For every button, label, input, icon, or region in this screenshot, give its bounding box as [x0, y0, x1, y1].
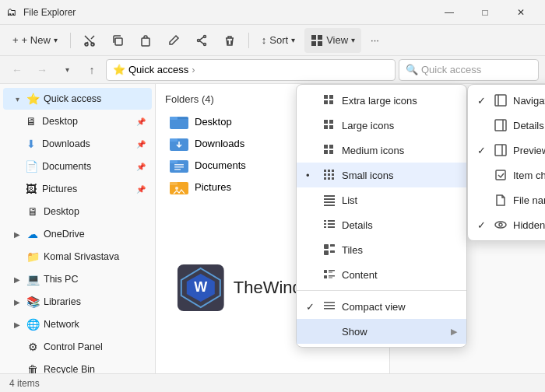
svg-rect-18	[174, 166, 184, 168]
view-label: View	[326, 34, 348, 46]
sidebar-item-recyclebin[interactable]: ▾ 🗑 Recycle Bin	[3, 359, 152, 373]
sep2	[248, 33, 249, 48]
copy-button[interactable]	[105, 28, 130, 53]
close-button[interactable]: ✕	[503, 0, 539, 25]
up-button[interactable]: ↑	[81, 59, 103, 81]
sidebar-item-downloads-pin[interactable]: ⬇ Downloads 📌	[3, 133, 152, 155]
back-button[interactable]: ←	[6, 59, 28, 81]
copy-icon	[111, 34, 124, 47]
cut-button[interactable]	[77, 28, 102, 53]
view-button[interactable]: View ▾	[304, 28, 361, 53]
submenu-item-checkboxes[interactable]: Item check boxes	[468, 163, 545, 187]
svg-rect-2	[115, 38, 122, 45]
view-chevron: ▾	[351, 36, 355, 44]
sidebar-item-thispc[interactable]: ▶ 💻 This PC	[3, 268, 152, 290]
maximize-button[interactable]: □	[467, 0, 503, 25]
view-dropdown: Extra large icons Large icons Medium ico…	[296, 84, 467, 348]
svg-rect-30	[329, 100, 333, 104]
submenu-file-extensions[interactable]: File name extensions	[468, 187, 545, 212]
folder-label-pictures: Pictures	[195, 181, 231, 193]
item-checkboxes-label: Item check boxes	[513, 170, 545, 181]
downloads-icon: ⬇	[25, 138, 37, 150]
svg-rect-53	[328, 220, 335, 222]
view-icon	[311, 34, 323, 47]
address-bar: ← → ▾ ↑ ⭐ Quick access › 🔍 Quick access	[0, 56, 545, 84]
pictures-icon: 🖼	[25, 183, 37, 195]
dropdown-content[interactable]: Content	[297, 262, 466, 287]
dropdown-tiles[interactable]: Tiles	[297, 237, 466, 262]
svg-rect-49	[324, 198, 335, 200]
new-button[interactable]: + + New ▾	[6, 28, 64, 53]
sidebar-item-network[interactable]: ▶ 🌐 Network	[3, 313, 152, 335]
submenu-preview-pane[interactable]: ✓ Preview pane	[468, 138, 545, 163]
svg-rect-40	[328, 170, 330, 172]
svg-rect-9	[311, 41, 316, 46]
svg-rect-69	[324, 305, 335, 306]
more-icon: ···	[371, 34, 379, 46]
dropdown-extra-large[interactable]: Extra large icons	[297, 88, 466, 113]
svg-rect-61	[330, 250, 335, 253]
delete-button[interactable]	[217, 28, 242, 53]
sidebar-item-controlpanel[interactable]: ▾ ⚙ Control Panel	[3, 336, 152, 358]
svg-rect-38	[329, 150, 333, 154]
sidebar-item-quick-access[interactable]: ▾ ⭐ Quick access	[3, 88, 152, 110]
sort-chevron: ▾	[291, 36, 295, 44]
dropdown-medium-icons[interactable]: Medium icons	[297, 138, 466, 163]
minimize-button[interactable]: —	[431, 0, 467, 25]
sidebar-item-pictures-pin[interactable]: 🖼 Pictures 📌	[3, 178, 152, 200]
paste-button[interactable]	[133, 28, 158, 53]
more-button[interactable]: ···	[364, 28, 385, 53]
sidebar-label-controlpanel: Control Panel	[44, 341, 103, 352]
svg-rect-68	[324, 302, 335, 303]
dropdown-small-icons[interactable]: • Small icons	[297, 163, 466, 187]
sidebar-item-documents-pin[interactable]: 📄 Documents 📌	[3, 156, 152, 177]
desktop2-icon: 🖥	[26, 205, 39, 218]
sidebar: ▾ ⭐ Quick access 🖥 Desktop 📌 ⬇ Downloads…	[0, 84, 156, 373]
svg-rect-58	[324, 244, 329, 249]
hidden-items-icon	[494, 219, 507, 231]
search-placeholder: Quick access	[421, 64, 481, 75]
sidebar-item-onedrive[interactable]: ▶ ☁ OneDrive	[3, 223, 152, 245]
breadcrumb[interactable]: ⭐ Quick access ›	[106, 59, 396, 81]
recent-button[interactable]: ▾	[56, 59, 78, 81]
sidebar-item-libraries[interactable]: ▶ 📚 Libraries	[3, 291, 152, 313]
sidebar-label-libraries: Libraries	[44, 296, 81, 307]
pin-icon2: 📌	[136, 140, 146, 149]
dropdown-compact[interactable]: ✓ Compact view	[297, 294, 466, 319]
sidebar-item-desktop[interactable]: ▾ 🖥 Desktop	[3, 201, 152, 222]
dropdown-show[interactable]: Show ▶	[297, 319, 466, 344]
svg-rect-29	[324, 100, 328, 104]
breadcrumb-star: ⭐	[113, 64, 125, 75]
content-label: Content	[342, 269, 378, 281]
rename-button[interactable]	[161, 28, 186, 53]
new-icon: +	[12, 34, 19, 46]
compact-label: Compact view	[342, 301, 406, 313]
check-hidden-items: ✓	[477, 219, 488, 231]
dropdown-large-icons[interactable]: Large icons	[297, 113, 466, 138]
sidebar-item-desktop-pin[interactable]: 🖥 Desktop 📌	[3, 110, 152, 132]
pin-icon3: 📌	[136, 163, 146, 171]
sidebar-item-komal[interactable]: ▾ 📁 Komal Srivastava	[3, 246, 152, 268]
submenu-nav-pane[interactable]: ✓ Navigation pane	[468, 88, 545, 113]
search-bar[interactable]: 🔍 Quick access	[399, 59, 539, 81]
submenu-hidden-items[interactable]: ✓ Hidden items	[468, 212, 545, 237]
tiles-label: Tiles	[342, 244, 363, 256]
folder-label-downloads: Downloads	[195, 138, 244, 149]
svg-rect-44	[332, 173, 334, 176]
dropdown-details[interactable]: Details	[297, 212, 466, 237]
onedrive-icon: ☁	[26, 228, 39, 240]
thispc-icon: 💻	[26, 273, 39, 285]
tiles-icon	[323, 243, 336, 256]
svg-rect-51	[324, 205, 335, 206]
delete-icon	[223, 34, 236, 47]
network-icon: 🌐	[26, 318, 39, 331]
dropdown-list[interactable]: List	[297, 187, 466, 212]
forward-button[interactable]: →	[31, 59, 53, 81]
sort-button[interactable]: ↕ Sort ▾	[255, 28, 301, 53]
svg-rect-63	[329, 270, 335, 271]
show-submenu: ✓ Navigation pane Details pane ✓ Preview…	[467, 84, 545, 241]
share-button[interactable]	[189, 28, 214, 53]
svg-rect-67	[329, 278, 332, 278]
komal-icon: 📁	[26, 250, 39, 263]
submenu-details-pane[interactable]: Details pane	[468, 113, 545, 138]
